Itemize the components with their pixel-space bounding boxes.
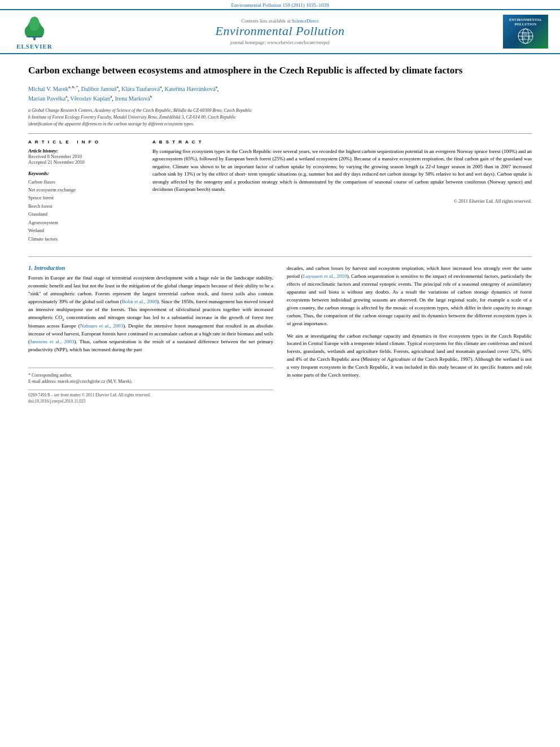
ep-logo-globe-icon	[517, 28, 534, 45]
footnote-star-label: * Corresponding author.	[28, 373, 72, 378]
footnote-star-line: * Corresponding author.	[28, 373, 273, 378]
author-markova: Irena Marková	[115, 95, 150, 102]
article-info-label: A R T I C L E I N F O	[28, 139, 141, 145]
article-title: Carbon exchange between ecosystems and a…	[28, 64, 532, 77]
affil-italic: identification of the apparent differenc…	[28, 121, 532, 128]
journal-homepage: journal homepage: www.elsevier.com/locat…	[65, 40, 495, 45]
body-right-col: decades, and carbon losses by harvest an…	[287, 265, 532, 404]
journal-citation: Environmental Pollution 159 (2011) 1035–…	[231, 2, 329, 8]
keyword-item: Carbon fluxes	[28, 178, 141, 186]
author-marek: Michal V. Marek	[28, 85, 68, 91]
author-pavelka-sup: a	[65, 94, 67, 99]
footnotes: * Corresponding author. E-mail address: …	[28, 368, 273, 384]
affiliations: a Global Change Research Centres, Academ…	[28, 107, 532, 128]
sciencedirect-link[interactable]: ScienceDirect	[292, 18, 319, 24]
elsevier-logo-area: ELSEVIER	[9, 14, 60, 50]
abstract-col: A B S T R A C T By comparing five ecosys…	[152, 139, 532, 249]
ref-janssens[interactable]: Janssens et al., 2003	[30, 339, 75, 344]
svg-rect-5	[27, 36, 42, 37]
ref-luyssaert[interactable]: Luyssaert et al., 2010	[303, 273, 347, 279]
author-taufarova: Klára Taufarová	[121, 85, 160, 91]
issn-line: 0269-7491/$ – see front matter © 2011 El…	[28, 392, 151, 397]
keywords-label: Keywords:	[28, 171, 141, 176]
ref-nabuurs[interactable]: Nabuurs et al., 2003	[80, 323, 124, 329]
affil-a: a Global Change Research Centres, Academ…	[28, 107, 532, 114]
keyword-item: Spruce forest	[28, 194, 141, 202]
bottom-bar: 0269-7491/$ – see front matter © 2011 El…	[28, 390, 273, 397]
keyword-item: Climate factors	[28, 235, 141, 243]
article-history-label: Article history:	[28, 148, 141, 154]
journal-title: Environmental Pollution	[65, 24, 495, 38]
accepted-date: Accepted 21 November 2010	[28, 159, 141, 165]
keyword-item: Beech forest	[28, 202, 141, 210]
keyword-item: Agroecosystem	[28, 219, 141, 226]
author-kaplan: Vĕroslav Kaplan	[70, 95, 110, 102]
copyright-line: © 2011 Elsevier Ltd. All rights reserved…	[152, 198, 532, 204]
keywords-list: Carbon fluxesNet ecosystem exchangeSpruc…	[28, 178, 141, 243]
body-left-col: 1. Introduction Forests in Europe are th…	[28, 265, 273, 404]
body-para2: decades, and carbon losses by harvest an…	[287, 265, 532, 328]
elsevier-logo: ELSEVIER	[16, 14, 53, 50]
citation-bar: Environmental Pollution 159 (2011) 1035–…	[0, 0, 560, 9]
article-history-block: Article history: Received 8 November 201…	[28, 148, 141, 165]
doi-line: doi:10.1016/j.envpol.2010.11.025	[28, 399, 273, 404]
ep-logo-box: ENVIRONMENTALPOLLUTION	[503, 15, 548, 49]
body-para3: We aim at investigating the carbon excha…	[287, 333, 532, 380]
keyword-item: Wetland	[28, 226, 141, 234]
body-content: 1. Introduction Forests in Europe are th…	[28, 265, 532, 404]
footnote-email-text: E-mail address: marek.mv@czechglobe.cz (…	[28, 379, 133, 384]
author-havran: Kateřina Havránková	[165, 85, 216, 91]
author-janous: Dalibor Janouš	[81, 85, 116, 91]
affil-b: b Institute of Forest Ecology Forestry F…	[28, 114, 532, 121]
svg-point-4	[29, 16, 40, 30]
sciencedirect-label: Contents lists available at ScienceDirec…	[65, 18, 495, 24]
ep-logo-area: ENVIRONMENTALPOLLUTION	[500, 15, 551, 49]
author-janous-sup: a	[117, 85, 119, 89]
journal-header: ELSEVIER Contents lists available at Sci…	[0, 9, 560, 54]
ep-logo-text: ENVIRONMENTALPOLLUTION	[509, 18, 542, 27]
article-info-abstract: A R T I C L E I N F O Article history: R…	[28, 139, 532, 249]
ref-bolin[interactable]: Bolin et al., 2000	[122, 299, 157, 304]
author-taufarova-sup: a	[160, 85, 161, 89]
author-kaplan-sup: a	[110, 94, 112, 99]
author-markova-sup: b	[150, 94, 152, 99]
keyword-item: Net ecosystem exchange	[28, 186, 141, 194]
body-para1: Forests in Europe are the final stage of…	[28, 274, 273, 354]
article-info-col: A R T I C L E I N F O Article history: R…	[28, 139, 141, 249]
abstract-label: A B S T R A C T	[152, 139, 532, 145]
footnote-email-line: E-mail address: marek.mv@czechglobe.cz (…	[28, 379, 273, 384]
abstract-text: By comparing five ecosystem types in the…	[152, 148, 532, 194]
authors-line: Michal V. Mareka, b, *, Dalibor Janouša,…	[28, 84, 532, 104]
section1-title: 1. Introduction	[28, 265, 273, 271]
elsevier-tree-icon	[18, 14, 51, 42]
journal-title-area: Contents lists available at ScienceDirec…	[65, 18, 495, 45]
keyword-item: Grassland	[28, 210, 141, 218]
header-divider	[28, 133, 532, 134]
main-content: Carbon exchange between ecosystems and a…	[0, 54, 560, 414]
author-havran-sup: a	[216, 85, 217, 89]
received-date: Received 8 November 2010	[28, 154, 141, 159]
elsevier-wordmark: ELSEVIER	[16, 43, 53, 50]
author-pavelka: Marian Pavelka	[28, 95, 65, 102]
keywords-block: Keywords: Carbon fluxesNet ecosystem exc…	[28, 171, 141, 243]
author-marek-sup: a, b, *	[68, 85, 78, 89]
section-divider	[28, 256, 532, 257]
